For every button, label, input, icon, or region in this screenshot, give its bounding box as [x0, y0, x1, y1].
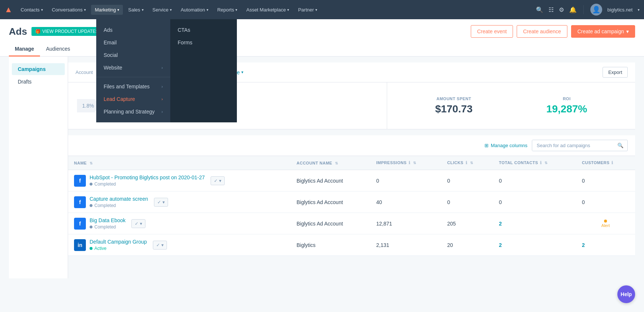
impressions-sort-icon[interactable]: ⇅: [413, 161, 416, 165]
toggle-btn-3[interactable]: ✓ ▾: [131, 219, 145, 228]
th-clicks: CLICKS ℹ ⇅: [441, 156, 493, 170]
alert-badge-3: Alert: [582, 220, 629, 228]
export-button[interactable]: Export: [603, 67, 628, 78]
campaign-cell-2: f Capture automate screen Completed: [74, 196, 285, 208]
service-caret-icon: ▾: [170, 8, 172, 12]
dropdown-item-forms[interactable]: Forms: [170, 36, 237, 49]
user-avatar[interactable]: 👤: [590, 4, 602, 16]
view-updates-button[interactable]: 🎁 VIEW PRODUCT UPDATES: [31, 27, 102, 36]
dropdown-item-website[interactable]: Website ›: [96, 61, 170, 74]
planning-arrow-icon: ›: [161, 109, 163, 114]
toggle-caret-4: ▾: [161, 243, 164, 248]
user-account-name[interactable]: biglytics.net: [607, 7, 633, 13]
sidebar-item-drafts[interactable]: Drafts: [12, 76, 65, 88]
create-audience-button[interactable]: Create audience: [517, 25, 567, 38]
td-impressions-3: 12,871: [370, 213, 442, 234]
topnav-icons-area: 🔍 ☷ ⚙ 🔔 👤 biglytics.net ▾: [536, 4, 640, 16]
search-input[interactable]: [532, 140, 614, 151]
td-customers-3: Alert: [576, 213, 635, 234]
clicks-sort-icon[interactable]: ⇅: [470, 161, 473, 165]
nav-contacts[interactable]: Contacts ▾: [17, 5, 47, 15]
toggle-btn-1[interactable]: ✓ ▾: [211, 176, 225, 185]
campaign-info-3: Big Data Ebook Completed: [90, 217, 125, 230]
nav-marketing[interactable]: Marketing ▾: [91, 5, 123, 15]
marketplace-icon[interactable]: ☷: [549, 6, 554, 13]
create-ad-dropdown-icon: ▾: [626, 28, 629, 34]
campaign-info-2: Capture automate screen Completed: [90, 196, 148, 208]
sidebar: Campaigns Drafts: [9, 57, 68, 278]
user-caret-icon[interactable]: ▾: [638, 8, 640, 12]
search-button[interactable]: 🔍: [614, 140, 627, 151]
campaign-status-3: Completed: [90, 224, 125, 230]
dropdown-item-lead-capture[interactable]: Lead Capture ›: [96, 93, 170, 105]
search-icon[interactable]: 🔍: [536, 6, 543, 13]
td-name-3: f Big Data Ebook Completed: [68, 213, 291, 234]
account-sort-icon[interactable]: ⇅: [335, 161, 338, 165]
topnav-divider: [583, 5, 584, 14]
toggle-btn-2[interactable]: ✓ ▾: [154, 198, 168, 207]
dropdown-item-planning[interactable]: Planning and Strategy ›: [96, 105, 170, 118]
dropdown-col-2: CTAs Forms: [170, 19, 237, 122]
td-customers-4: 2: [576, 234, 635, 256]
amount-spent-block: AMOUNT SPENT $170.73: [435, 96, 473, 115]
stat-summary: AMOUNT SPENT $170.73 ROI 19,287%: [387, 82, 635, 129]
td-impressions-2: 40: [370, 191, 442, 213]
status-dot-2: [90, 204, 93, 207]
dropdown-item-files[interactable]: Files and Templates ›: [96, 80, 170, 93]
platform-icon-fb-3: f: [74, 218, 86, 230]
dropdown-item-email[interactable]: Email: [96, 36, 170, 49]
toggle-icon-4: ✓: [156, 243, 160, 248]
impressions-info-icon[interactable]: ℹ: [409, 160, 410, 165]
settings-icon[interactable]: ⚙: [559, 6, 564, 13]
alert-text-3: Alert: [601, 223, 610, 228]
tab-manage[interactable]: Manage: [9, 42, 40, 57]
nav-conversations[interactable]: Conversations ▾: [48, 5, 90, 15]
create-event-button[interactable]: Create event: [471, 25, 513, 38]
table-header-row: NAME ⇅ ACCOUNT NAME ⇅ IMPRESSIONS ℹ ⇅: [68, 156, 635, 170]
tab-audiences[interactable]: Audiences: [40, 42, 76, 57]
nav-automation[interactable]: Automation ▾: [177, 5, 212, 15]
customers-info-icon[interactable]: ℹ: [611, 160, 613, 165]
files-arrow-icon: ›: [161, 84, 163, 89]
sidebar-item-campaigns[interactable]: Campaigns: [12, 63, 65, 75]
toggle-icon-3: ✓: [135, 221, 138, 226]
toggle-btn-4[interactable]: ✓ ▾: [153, 241, 167, 250]
nav-reports[interactable]: Reports ▾: [214, 5, 241, 15]
status-dot-1: [90, 183, 93, 186]
status-caret-icon: ▾: [241, 70, 244, 75]
dropdown-item-social[interactable]: Social: [96, 49, 170, 61]
dropdown-item-ads[interactable]: Ads: [96, 24, 170, 36]
campaign-name-1[interactable]: HubSpot - Promoting Biglytics post on 20…: [90, 174, 205, 180]
status-dot-4: [90, 247, 93, 250]
campaign-name-3[interactable]: Big Data Ebook: [90, 217, 125, 223]
reports-caret-icon: ▾: [235, 8, 237, 12]
nav-service[interactable]: Service ▾: [149, 5, 175, 15]
table-head: NAME ⇅ ACCOUNT NAME ⇅ IMPRESSIONS ℹ ⇅: [68, 156, 635, 170]
manage-columns-button[interactable]: ⊞ Manage columns: [484, 143, 527, 148]
hubspot-logo[interactable]: ▲: [4, 5, 13, 14]
total-contacts-info-icon[interactable]: ℹ: [540, 160, 542, 165]
notifications-icon[interactable]: 🔔: [569, 6, 577, 13]
td-impressions-4: 2,131: [370, 234, 442, 256]
td-customers-2: 0: [576, 191, 635, 213]
total-contacts-sort-icon[interactable]: ⇅: [544, 161, 548, 165]
name-sort-icon[interactable]: ⇅: [90, 161, 93, 165]
td-name-1: f HubSpot - Promoting Biglytics post on …: [68, 170, 291, 191]
dropdown-item-ctas[interactable]: CTAs: [170, 24, 237, 36]
marketing-caret-icon: ▾: [117, 8, 119, 12]
nav-partner[interactable]: Partner ▾: [294, 5, 321, 15]
clicks-info-icon[interactable]: ℹ: [466, 160, 467, 165]
td-account-1: Biglytics Ad Account: [291, 170, 370, 191]
search-box: 🔍: [532, 140, 628, 151]
nav-asset-marketplace[interactable]: Asset Marketplace ▾: [242, 5, 293, 15]
td-clicks-2: 0: [441, 191, 493, 213]
website-arrow-icon: ›: [161, 65, 163, 70]
campaign-name-2[interactable]: Capture automate screen: [90, 196, 148, 202]
status-dot-3: [90, 225, 93, 228]
campaign-name-4[interactable]: Default Campaign Group: [90, 239, 147, 245]
nav-sales[interactable]: Sales ▾: [124, 5, 147, 15]
partner-caret-icon: ▾: [315, 8, 317, 12]
campaign-info-4: Default Campaign Group Active: [90, 239, 147, 251]
create-ad-campaign-button[interactable]: Create ad campaign ▾: [571, 25, 635, 38]
sales-caret-icon: ▾: [142, 8, 144, 12]
